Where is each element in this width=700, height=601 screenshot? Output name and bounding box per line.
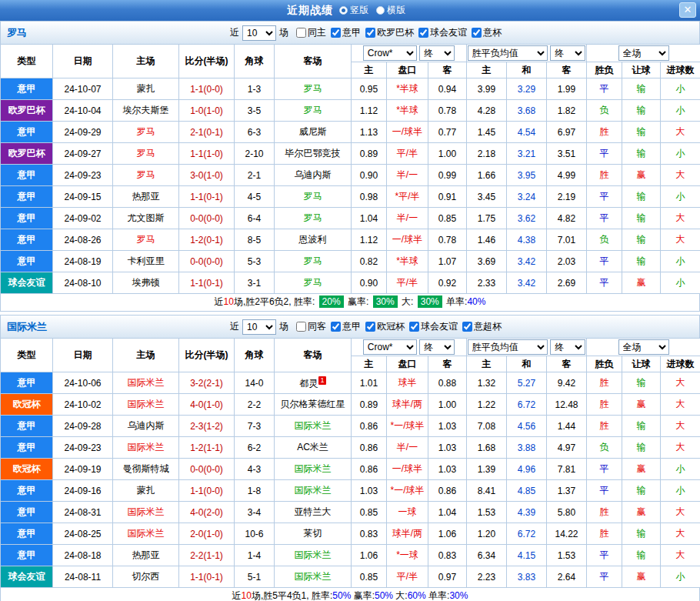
match-row[interactable]: 球会友谊 24-08-11 切尔西 1-1(0-1) 5-1 国际米兰 0.85… <box>1 566 700 588</box>
match-date: 24-08-25 <box>53 523 113 545</box>
recent-count-select[interactable]: 10 <box>242 319 276 335</box>
match-score: 2-0(1-0) <box>179 523 235 545</box>
match-row[interactable]: 意甲 24-10-06 国际米兰 3-2(2-1) 14-0 都灵1 1.01 … <box>1 372 700 394</box>
layout-radio-vertical[interactable]: 竖版 <box>339 4 368 17</box>
avg-away-value: 1.44 <box>547 416 587 437</box>
match-row[interactable]: 意甲 24-08-31 国际米兰 4-0(2-0) 3-4 亚特兰大 0.85 … <box>1 502 700 523</box>
subheader-avg-home: 主 <box>467 356 507 372</box>
match-date: 24-10-07 <box>53 78 113 100</box>
match-date: 24-08-19 <box>53 251 113 272</box>
filter-checkbox-input[interactable] <box>365 322 375 332</box>
match-row[interactable]: 意甲 24-09-29 罗马 2-1(0-1) 6-3 威尼斯 1.13 一/球… <box>1 122 700 143</box>
scope-select[interactable]: 全场 <box>618 45 669 61</box>
filter-checkbox-input[interactable] <box>296 322 306 332</box>
filter-checkbox-input[interactable] <box>462 322 472 332</box>
away-team-cell: 恩波利 <box>275 229 352 251</box>
match-score: 4-0(1-0) <box>179 394 235 416</box>
match-row[interactable]: 意甲 24-08-18 热那亚 2-2(1-1) 1-4 国际米兰 1.06 *… <box>1 545 700 566</box>
filter-checkbox-input[interactable] <box>418 28 428 38</box>
filter-checkbox[interactable]: 意甲 <box>331 26 361 39</box>
avg-source-select[interactable]: 胜平负均值 <box>468 45 548 61</box>
corner-count: 5-3 <box>235 251 275 272</box>
match-type-badge: 意甲 <box>1 251 53 272</box>
odds-final-select[interactable]: 终 <box>419 339 455 355</box>
avg-away-value: 4.82 <box>547 208 587 229</box>
match-row[interactable]: 球会友谊 24-08-10 埃弗顿 1-1(0-1) 3-1 罗马 0.90 平… <box>1 272 700 294</box>
footer-segment: 30% <box>418 295 442 308</box>
match-row[interactable]: 意甲 24-09-02 尤文图斯 0-0(0-0) 6-4 罗马 1.04 半/… <box>1 208 700 229</box>
subheader-avg-home: 主 <box>467 62 507 78</box>
filter-checkbox-input[interactable] <box>296 28 306 38</box>
subheader-avg-away: 客 <box>547 62 587 78</box>
odds-away-value: 0.99 <box>428 165 467 186</box>
filter-checkbox[interactable]: 球会友谊 <box>418 26 467 39</box>
odds-group-header: Crow* 终 <box>352 339 467 356</box>
filter-checkbox-label: 球会友谊 <box>421 320 458 333</box>
filter-checkbox-input[interactable] <box>365 28 375 38</box>
avg-group-header: 胜平负均值 终 <box>467 45 587 62</box>
filter-checkbox[interactable]: 欧罗巴杯 <box>365 26 414 39</box>
handicap-result: 赢 <box>622 459 661 480</box>
avg-final-select[interactable]: 终 <box>550 339 585 355</box>
avg-home-value: 1.20 <box>467 523 507 545</box>
filter-checkbox[interactable]: 同客 <box>296 320 326 333</box>
away-team-cell: 亚特兰大 <box>275 502 352 523</box>
filter-checkbox-input[interactable] <box>331 322 341 332</box>
filter-checkbox[interactable]: 欧冠杯 <box>365 320 405 333</box>
odds-final-select[interactable]: 终 <box>419 45 455 61</box>
match-row[interactable]: 欧罗巴杯 24-09-27 罗马 1-1(1-0) 2-10 毕尔巴鄂竞技 0.… <box>1 143 700 165</box>
layout-radio-horizontal[interactable]: 横版 <box>376 4 405 17</box>
handicap-result: 赢 <box>622 566 661 588</box>
match-row[interactable]: 意甲 24-08-19 卡利亚里 0-0(0-0) 5-3 罗马 0.82 *半… <box>1 251 700 272</box>
match-date: 24-08-10 <box>53 272 113 294</box>
match-row[interactable]: 意甲 24-09-28 乌迪内斯 2-3(1-2) 7-3 国际米兰 0.86 … <box>1 416 700 437</box>
radio-dot-icon[interactable] <box>339 6 348 15</box>
match-row[interactable]: 意甲 24-08-25 国际米兰 2-0(1-0) 10-6 莱切 0.83 球… <box>1 523 700 545</box>
odds-away-value: 0.97 <box>428 566 467 588</box>
avg-away-value: 9.42 <box>547 372 587 394</box>
filter-checkbox[interactable]: 意甲 <box>331 320 361 333</box>
match-row[interactable]: 欧罗巴杯 24-10-04 埃尔夫斯堡 1-0(1-0) 3-5 罗马 1.12… <box>1 100 700 122</box>
over-under-result: 大 <box>661 208 700 229</box>
match-row[interactable]: 欧冠杯 24-09-19 曼彻斯特城 0-0(0-0) 4-3 国际米兰 0.8… <box>1 459 700 480</box>
corner-count: 2-2 <box>235 394 275 416</box>
filter-checkbox-label: 意甲 <box>342 320 361 333</box>
match-row[interactable]: 意甲 24-09-16 蒙扎 1-1(0-0) 1-8 国际米兰 1.03 *一… <box>1 480 700 502</box>
avg-draw-value: 4.39 <box>507 502 547 523</box>
recent-count-select[interactable]: 10 <box>242 25 276 41</box>
match-row[interactable]: 意甲 24-08-26 罗马 1-2(0-1) 8-5 恩波利 1.12 一/球… <box>1 229 700 251</box>
away-team-cell: 罗马 <box>275 100 352 122</box>
titlebar-center: 近期战绩 竖版横版 <box>287 4 413 18</box>
match-type-badge: 欧罗巴杯 <box>1 100 53 122</box>
odds-home-value: 1.12 <box>352 229 387 251</box>
subheader-handicap-result: 让球 <box>622 62 661 78</box>
filter-checkbox[interactable]: 同主 <box>296 26 326 39</box>
match-row[interactable]: 欧冠杯 24-10-02 国际米兰 4-0(1-0) 2-2 贝尔格莱德红星 0… <box>1 394 700 416</box>
subheader-handicap: 盘口 <box>387 62 428 78</box>
team-name: 国际米兰 <box>7 320 47 334</box>
result-wdl: 负 <box>587 100 622 122</box>
match-row[interactable]: 意甲 24-10-07 蒙扎 1-1(0-0) 1-3 罗马 0.95 *半球 … <box>1 78 700 100</box>
close-button[interactable]: ✕ <box>679 2 696 18</box>
odds-source-select[interactable]: Crow* <box>363 339 417 355</box>
scope-select[interactable]: 全场 <box>618 339 669 355</box>
filter-checkbox[interactable]: 意超杯 <box>462 320 502 333</box>
filter-checkbox-input[interactable] <box>331 28 341 38</box>
match-row[interactable]: 意甲 24-09-15 热那亚 1-1(0-1) 4-5 罗马 0.98 *平/… <box>1 186 700 208</box>
match-row[interactable]: 意甲 24-09-23 国际米兰 1-2(1-1) 6-2 AC米兰 0.86 … <box>1 437 700 459</box>
radio-dot-icon[interactable] <box>376 6 385 15</box>
avg-home-value: 1.53 <box>467 502 507 523</box>
odds-away-value: 1.07 <box>428 251 467 272</box>
odds-source-select[interactable]: Crow* <box>363 45 417 61</box>
filter-checkbox-input[interactable] <box>409 322 419 332</box>
match-type-badge: 意甲 <box>1 78 53 100</box>
filter-checkbox-input[interactable] <box>472 28 482 38</box>
avg-final-select[interactable]: 终 <box>550 45 585 61</box>
filter-checkbox[interactable]: 意杯 <box>472 26 502 39</box>
avg-away-value: 2.69 <box>547 272 587 294</box>
match-row[interactable]: 意甲 24-09-23 罗马 3-0(1-0) 2-1 乌迪内斯 0.90 半/… <box>1 165 700 186</box>
avg-source-select[interactable]: 胜平负均值 <box>468 339 548 355</box>
panel-title: 近期战绩 <box>287 4 333 18</box>
avg-home-value: 1.66 <box>467 165 507 186</box>
filter-checkbox[interactable]: 球会友谊 <box>409 320 458 333</box>
